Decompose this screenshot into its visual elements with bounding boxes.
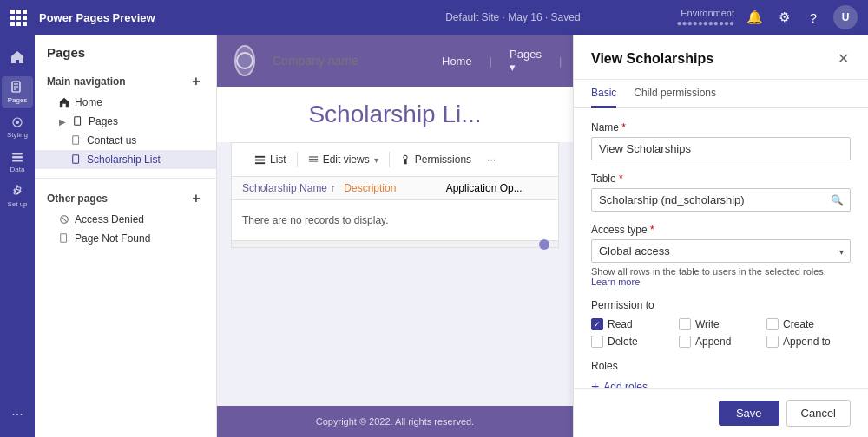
other-pages-header: Other pages + <box>35 187 216 210</box>
svg-rect-11 <box>73 155 79 163</box>
sidebar-item-pages[interactable]: Pages <box>2 76 33 108</box>
main-nav-section: Main navigation + Home ▶ Pages Contact u… <box>35 67 216 173</box>
app-title: Power Pages Preview <box>39 11 349 24</box>
sidebar-item-home[interactable] <box>2 42 33 73</box>
svg-rect-17 <box>255 162 265 164</box>
sidebar-item-setup[interactable]: Set up <box>2 180 33 212</box>
name-input[interactable] <box>591 137 851 160</box>
panel-title: View Scholarships <box>591 51 713 67</box>
access-type-select[interactable]: Global access Contact access Account acc… <box>591 239 851 263</box>
toolbar-sep-1 <box>297 152 298 167</box>
svg-rect-15 <box>255 155 265 157</box>
panel-body: Name * Table * 🔍 Access type <box>574 108 868 388</box>
list-toolbar: List Edit views ▾ Permissions ··· <box>231 142 559 176</box>
name-field-group: Name * <box>591 121 851 160</box>
delete-checkbox[interactable] <box>591 336 603 348</box>
content-area: Home | Pages ▾ | Scholarship Li... List … <box>217 35 573 437</box>
permission-label: Permission to <box>591 299 851 311</box>
nav-item-pages[interactable]: ▶ Pages <box>35 112 216 131</box>
help-icon[interactable]: ? <box>804 8 823 27</box>
other-pages-section: Other pages + Access Denied Page Not Fou… <box>35 184 216 251</box>
svg-rect-6 <box>12 153 23 155</box>
user-avatar[interactable]: U <box>833 5 858 29</box>
append-checkbox[interactable] <box>679 336 691 348</box>
list-button[interactable]: List <box>246 150 295 169</box>
permission-read: Read <box>591 318 675 330</box>
sidebar-item-styling[interactable]: Styling <box>2 111 33 142</box>
topbar-right: Environment ●●●●●●●●●●● 🔔 ⚙ ? U <box>677 5 858 29</box>
create-checkbox[interactable] <box>766 318 779 330</box>
preview-footer: Copyright © 2022. All rights reserved. <box>217 406 573 437</box>
col-application: Application Op... <box>446 182 548 194</box>
preview-nav-pages[interactable]: Pages ▾ <box>510 48 542 74</box>
svg-rect-7 <box>12 156 23 159</box>
environment-info: Environment ●●●●●●●●●●● <box>677 8 734 28</box>
grid-icon[interactable] <box>10 10 27 26</box>
svg-line-13 <box>62 217 66 221</box>
panel-close-button[interactable]: ✕ <box>836 49 851 68</box>
preview-nav: Home | Pages ▾ | <box>442 48 562 74</box>
add-roles-button[interactable]: + Add roles <box>591 379 648 388</box>
write-checkbox[interactable] <box>679 318 691 330</box>
read-checkbox[interactable] <box>591 318 603 330</box>
access-type-field-group: Access type * Global access Contact acce… <box>591 224 851 287</box>
no-records-message: There are no records to display. <box>232 200 558 240</box>
company-name-input[interactable] <box>273 54 424 68</box>
panel-footer: Save Cancel <box>574 388 868 437</box>
nav-item-scholarship-list[interactable]: Scholarship List ··· <box>35 150 216 169</box>
permission-write: Write <box>679 318 763 330</box>
svg-rect-8 <box>12 160 23 162</box>
access-type-select-wrapper: Global access Contact access Account acc… <box>591 239 851 263</box>
table-search-icon: 🔍 <box>831 194 844 206</box>
list-scrollbar[interactable] <box>231 241 559 248</box>
append-to-checkbox[interactable] <box>766 336 779 348</box>
pages-panel: Pages Main navigation + Home ▶ Pages Con… <box>35 35 217 437</box>
page-title: Scholarship Li... <box>243 101 547 128</box>
main-nav-label: Main navigation <box>47 75 126 88</box>
table-input[interactable] <box>591 188 851 212</box>
panel-header: View Scholarships ✕ <box>574 35 868 80</box>
tab-child-permissions[interactable]: Child permissions <box>634 80 716 108</box>
learn-more-link[interactable]: Learn more <box>591 277 640 287</box>
save-button[interactable]: Save <box>719 401 779 426</box>
sidebar-more[interactable]: ··· <box>2 399 33 430</box>
env-name: ●●●●●●●●●●● <box>677 18 734 28</box>
sidebar-item-data[interactable]: Data <box>2 146 33 177</box>
toolbar-more-button[interactable]: ··· <box>482 150 501 169</box>
svg-point-5 <box>16 121 19 124</box>
permission-delete: Delete <box>591 336 675 348</box>
svg-rect-9 <box>75 117 81 125</box>
svg-rect-16 <box>255 159 265 160</box>
access-note: Show all rows in the table to users in t… <box>591 266 851 287</box>
nav-item-access-denied[interactable]: Access Denied <box>35 210 216 229</box>
preview-nav-home[interactable]: Home <box>442 55 472 68</box>
roles-label: Roles <box>591 360 851 372</box>
page-title-bar: Scholarship Li... <box>217 87 573 142</box>
panel-tabs: Basic Child permissions <box>574 80 868 108</box>
saved-status: Default Site · May 16 · Saved <box>358 11 667 23</box>
bell-icon[interactable]: 🔔 <box>745 8 764 27</box>
add-main-nav-button[interactable]: + <box>188 74 204 89</box>
add-other-page-button[interactable]: + <box>188 191 204 206</box>
table-select-wrapper: 🔍 <box>591 188 851 212</box>
permissions-button[interactable]: Permissions <box>391 150 480 169</box>
permission-append: Append <box>679 336 763 348</box>
nav-item-home[interactable]: Home <box>35 93 216 112</box>
cancel-button[interactable]: Cancel <box>786 400 851 427</box>
env-label: Environment <box>677 8 734 18</box>
nav-divider <box>35 178 216 179</box>
nav-item-page-not-found[interactable]: Page Not Found <box>35 229 216 248</box>
col-scholarship-name: Scholarship Name ↑ <box>242 182 344 194</box>
gear-icon[interactable]: ⚙ <box>774 8 793 27</box>
edit-views-button[interactable]: Edit views ▾ <box>299 150 387 169</box>
list-table: Scholarship Name ↑ Description Applicati… <box>231 176 559 241</box>
scrollbar-thumb[interactable] <box>539 239 549 250</box>
preview-logo-inner <box>236 52 253 69</box>
tab-basic[interactable]: Basic <box>591 80 616 108</box>
permission-section: Permission to Read Write Create <box>591 299 851 348</box>
topbar: Power Pages Preview Default Site · May 1… <box>0 0 868 35</box>
nav-item-contact-us[interactable]: Contact us <box>35 131 216 150</box>
toolbar-sep-2 <box>389 152 390 167</box>
sidebar-icons: Pages Styling Data Set up ··· <box>0 35 35 437</box>
access-type-label: Access type * <box>591 224 851 236</box>
